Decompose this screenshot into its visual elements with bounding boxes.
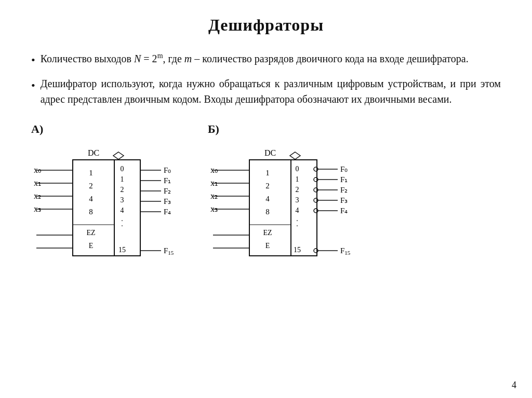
diagram-a: А) x₀ x₁ x₂ x₃	[31, 122, 187, 264]
diagrams-row: А) x₀ x₁ x₂ x₃	[31, 122, 501, 264]
page-title: Дешифраторы	[31, 16, 501, 35]
bullet-text-1: Количество выходов N = 2m, где m – колич…	[41, 50, 501, 66]
diagram-b: Б) x₀ x₁ x₂ x₃ DC 1	[208, 122, 364, 264]
bullet-text-2: Дешифратор используют, когда нужно обращ…	[41, 76, 501, 107]
diagram-a-svg: x₀ x₁ x₂ x₃ DC	[31, 139, 187, 264]
bullet-2: • Дешифратор используют, когда нужно обр…	[31, 76, 501, 107]
svg-text:x₀: x₀	[34, 166, 41, 174]
page: Дешифраторы • Количество выходов N = 2m,…	[0, 0, 532, 398]
svg-text:8: 8	[89, 208, 93, 216]
svg-text:2: 2	[121, 186, 124, 194]
bullet-dot-2: •	[31, 77, 35, 94]
svg-marker-53	[290, 152, 300, 159]
svg-text:x₂: x₂	[34, 191, 41, 200]
svg-text:DC: DC	[88, 148, 99, 157]
svg-text:F₄: F₄	[164, 208, 171, 216]
svg-rect-10	[73, 160, 114, 256]
svg-text:F₄: F₄	[340, 207, 348, 215]
svg-rect-20	[114, 160, 140, 256]
diagram-b-svg: x₀ x₁ x₂ x₃ DC 1 2 4 8 E	[208, 139, 364, 264]
svg-text:DC: DC	[264, 148, 276, 157]
svg-rect-51	[249, 160, 291, 256]
svg-text:F15: F15	[164, 246, 174, 256]
svg-text:4: 4	[265, 195, 270, 203]
svg-text:4: 4	[296, 207, 299, 214]
svg-text:x₃: x₃	[210, 204, 218, 213]
svg-text:E: E	[89, 242, 94, 250]
page-number: 4	[512, 380, 516, 391]
svg-text:F₂: F₂	[164, 187, 171, 195]
svg-text:0: 0	[296, 165, 299, 173]
svg-text:2: 2	[265, 182, 270, 190]
svg-text:x₃: x₃	[34, 204, 41, 213]
svg-text:F₂: F₂	[340, 186, 348, 194]
svg-text:1: 1	[296, 175, 299, 183]
diagram-b-label: Б)	[208, 122, 219, 136]
bullet-dot-1: •	[31, 51, 35, 68]
svg-text:F₁: F₁	[164, 176, 171, 185]
svg-rect-61	[291, 160, 317, 256]
svg-text:15: 15	[118, 246, 126, 254]
bullets-section: • Количество выходов N = 2m, где m – кол…	[31, 50, 501, 107]
svg-text:2: 2	[296, 186, 299, 194]
svg-text:x₁: x₁	[210, 179, 218, 187]
svg-text:1: 1	[89, 169, 93, 177]
svg-text:F₁: F₁	[340, 175, 348, 184]
svg-text:15: 15	[294, 246, 301, 254]
svg-text:8: 8	[265, 208, 270, 216]
svg-text:F₃: F₃	[340, 196, 348, 204]
svg-text:E: E	[265, 242, 270, 250]
svg-text:·: ·	[121, 222, 123, 230]
svg-text:F₀: F₀	[340, 165, 348, 173]
svg-text:3: 3	[121, 196, 124, 204]
svg-text:·: ·	[296, 222, 298, 230]
bullet-1: • Количество выходов N = 2m, где m – кол…	[31, 50, 501, 68]
svg-text:3: 3	[296, 196, 299, 204]
svg-text:EZ: EZ	[263, 229, 272, 237]
svg-text:F15: F15	[340, 246, 351, 256]
svg-text:1: 1	[265, 169, 270, 177]
svg-marker-12	[113, 152, 124, 159]
diagram-a-label: А)	[31, 122, 43, 136]
svg-text:x₀: x₀	[210, 166, 218, 174]
svg-text:EZ: EZ	[86, 229, 95, 237]
svg-text:2: 2	[89, 182, 93, 190]
svg-text:x₁: x₁	[34, 179, 41, 187]
svg-text:x₂: x₂	[210, 191, 218, 200]
svg-text:F₀: F₀	[164, 166, 171, 174]
svg-text:1: 1	[121, 175, 124, 183]
svg-text:4: 4	[89, 195, 93, 203]
svg-text:F₃: F₃	[164, 197, 171, 205]
svg-text:0: 0	[121, 165, 124, 173]
svg-text:4: 4	[121, 207, 124, 214]
